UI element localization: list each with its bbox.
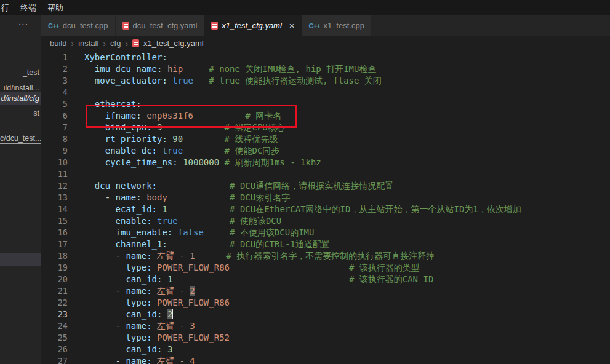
code-line: 2 imu_dcu_name: hip # none 关闭IMU检查, hip …	[41, 63, 610, 75]
code-line-text[interactable]: enable: true # 使能该DCU	[84, 215, 610, 227]
code-line: 17 channel_1: # DCU的CTRL-1通道配置	[41, 239, 610, 250]
line-number: 22	[41, 297, 84, 309]
breadcrumb-folder[interactable]: cfg	[110, 39, 121, 48]
menu-item[interactable]: 行	[0, 2, 15, 14]
code-line-text[interactable]: - name: body # DCU索引名字	[84, 192, 610, 204]
code-editor[interactable]: 1XyberController:2 imu_dcu_name: hip # n…	[41, 51, 610, 364]
code-line-text[interactable]: bind_cpu: 9 # 绑定CPU核心	[84, 122, 610, 133]
sidebar: ··· _testild/install...d/install/cfgstc/…	[0, 15, 41, 364]
more-actions-icon[interactable]: ···	[18, 19, 28, 28]
line-number: 5	[41, 98, 84, 110]
tab-x1_test.cpp[interactable]: C++x1_test.cpp	[302, 15, 372, 36]
code-line-text[interactable]: rt_priority: 90 # 线程优先级	[84, 133, 610, 145]
code-line-text[interactable]: - name: 左臂 - 2	[84, 285, 610, 297]
line-number: 9	[41, 145, 84, 157]
chevron-right-icon: ›	[103, 39, 106, 49]
code-line-text[interactable]	[84, 168, 610, 180]
code-line: 25 type: POWER_FLOW_R52	[41, 332, 610, 344]
close-icon[interactable]: ×	[289, 21, 295, 30]
line-number: 12	[41, 180, 84, 192]
sidebar-item[interactable]: ild/install...	[4, 83, 39, 93]
sidebar-item[interactable]: st	[33, 108, 39, 118]
line-number: 16	[41, 227, 84, 239]
line-number: 20	[41, 274, 84, 285]
chevron-right-icon: ›	[125, 39, 128, 49]
code-line-text[interactable]: can_id: 2	[84, 309, 610, 320]
tab-x1_test_cfg.yaml[interactable]: x1_test_cfg.yaml×	[204, 15, 302, 36]
cpp-file-icon: C++	[309, 22, 320, 30]
line-number: 4	[41, 87, 84, 98]
editor-group: C++dcu_test.cppdcu_test_cfg.yamlx1_test_…	[41, 15, 610, 364]
code-line-text[interactable]: cycle_time_ns: 1000000 # 刷新周期1ms - 1khz	[84, 157, 610, 168]
code-line-text[interactable]: XyberController:	[84, 52, 610, 63]
line-number: 24	[41, 320, 84, 332]
code-line: 11	[41, 168, 610, 180]
menu-bar: 行终端帮助	[0, 0, 610, 15]
code-line: 22 type: POWER_FLOW_R86	[41, 297, 610, 309]
line-number: 15	[41, 215, 84, 227]
code-line-text[interactable]: type: POWER_FLOW_R86	[84, 297, 610, 309]
chevron-right-icon: ›	[71, 39, 74, 49]
code-line-text[interactable]: type: POWER_FLOW_R86 # 该执行器的类型	[84, 262, 610, 274]
code-line-text[interactable]	[84, 87, 610, 98]
yaml-file-icon	[132, 39, 139, 47]
code-line-text[interactable]: can_id: 3	[84, 344, 610, 355]
line-number: 23	[41, 309, 84, 320]
code-line-text[interactable]: - name: 左臂 - 4	[84, 355, 610, 364]
code-line-text[interactable]: ifname: enp0s31f6 # 网卡名	[84, 110, 610, 122]
code-line-text[interactable]: imu_dcu_name: hip # none 关闭IMU检查, hip 打开…	[84, 63, 610, 75]
tab-label: x1_test.cpp	[323, 21, 364, 30]
code-line: 1XyberController:	[41, 52, 610, 63]
breadcrumb: build›install›cfg›x1_test_cfg.yaml	[41, 36, 610, 51]
code-line: 4	[41, 87, 610, 98]
yaml-file-icon	[122, 22, 129, 30]
code-line-text[interactable]: ecat_id: 1 # DCU在EtherCAT网络中的ID，从主站开始，第一…	[84, 204, 610, 215]
code-line: 24 - name: 左臂 - 3	[41, 320, 610, 332]
line-number: 7	[41, 122, 84, 133]
code-line: 8 rt_priority: 90 # 线程优先级	[41, 133, 610, 145]
menu-item[interactable]: 终端	[19, 2, 42, 14]
line-number: 17	[41, 239, 84, 250]
code-line: 5 ethercat:	[41, 98, 610, 110]
yaml-file-icon	[211, 22, 218, 30]
code-line-text[interactable]: move_actuator: true # true 使能执行器运动测试, fl…	[84, 75, 610, 87]
breadcrumb-folder[interactable]: install	[78, 39, 98, 48]
line-number: 14	[41, 204, 84, 215]
code-line-text[interactable]: can_id: 1 # 该执行器的CAN ID	[84, 274, 610, 285]
code-line: 27 - name: 左臂 - 4	[41, 355, 610, 364]
code-line-text[interactable]: type: POWER_FLOW_R52	[84, 332, 610, 344]
sidebar-item[interactable]: c/dcu_test...	[0, 133, 41, 144]
code-line-text[interactable]: - name: 左臂 - 1 # 执行器索引名字，不需要控制的执行器可直接注释掉	[84, 250, 610, 262]
code-line: 6 ifname: enp0s31f6 # 网卡名	[41, 110, 610, 122]
sidebar-item[interactable]: _test	[23, 68, 39, 77]
code-line: 21 - name: 左臂 - 2	[41, 285, 610, 297]
code-line: 26 can_id: 3	[41, 344, 610, 355]
code-line-text[interactable]: channel_1: # DCU的CTRL-1通道配置	[84, 239, 610, 250]
line-number: 10	[41, 157, 84, 168]
vscode-window: 行终端帮助 ··· _testild/install...d/install/c…	[0, 0, 610, 364]
line-number: 21	[41, 285, 84, 297]
tab-dcu_test.cpp[interactable]: C++dcu_test.cpp	[41, 15, 116, 36]
code-line-text[interactable]: ethercat:	[84, 98, 610, 110]
code-line: 19 type: POWER_FLOW_R86 # 该执行器的类型	[41, 262, 610, 274]
line-number: 25	[41, 332, 84, 344]
code-line-text[interactable]: imu_enable: false # 不使用该DCU的IMU	[84, 227, 610, 239]
tab-label: x1_test_cfg.yaml	[222, 21, 282, 30]
text-cursor	[172, 309, 173, 319]
line-number: 6	[41, 110, 84, 122]
code-line: 20 can_id: 1 # 该执行器的CAN ID	[41, 274, 610, 285]
sidebar-item[interactable]	[0, 253, 41, 266]
breadcrumb-file[interactable]: x1_test_cfg.yaml	[143, 39, 204, 48]
tab-label: dcu_test.cpp	[63, 21, 108, 30]
code-line-text[interactable]: enable_dc: true # 使能DC同步	[84, 145, 610, 157]
code-line: 9 enable_dc: true # 使能DC同步	[41, 145, 610, 157]
menu-item[interactable]: 帮助	[46, 2, 70, 14]
code-line-text[interactable]: dcu_network: # DCU通信网络，请根据实机连接情况配置	[84, 180, 610, 192]
sidebar-item[interactable]: d/install/cfg	[0, 92, 41, 105]
code-line: 10 cycle_time_ns: 1000000 # 刷新周期1ms - 1k…	[41, 157, 610, 168]
code-line-text[interactable]: - name: 左臂 - 3	[84, 320, 610, 332]
breadcrumb-folder[interactable]: build	[50, 39, 66, 48]
code-line: 23 can_id: 2	[41, 309, 610, 320]
code-line: 16 imu_enable: false # 不使用该DCU的IMU	[41, 227, 610, 239]
tab-dcu_test_cfg.yaml[interactable]: dcu_test_cfg.yaml	[116, 15, 205, 36]
